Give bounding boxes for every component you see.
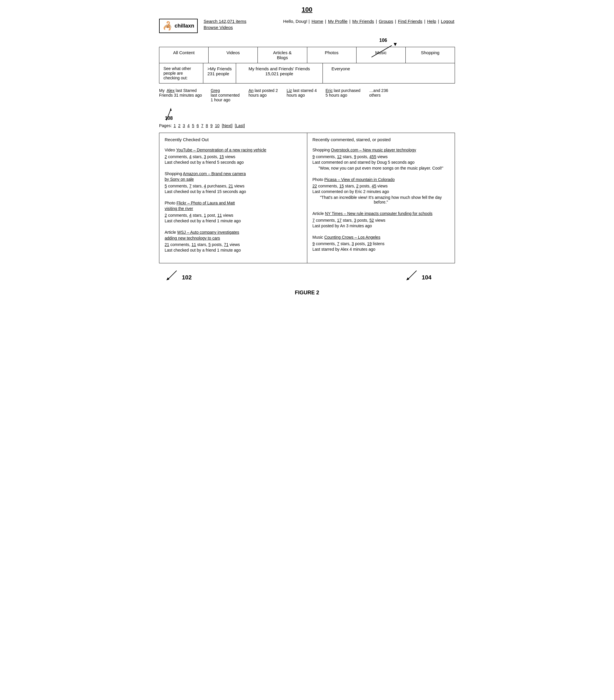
stat-stars-r1[interactable]: 12	[337, 154, 342, 159]
tab-shopping[interactable]: Shopping	[406, 47, 455, 63]
nav-help[interactable]: Help	[427, 19, 436, 24]
right-item-2-quote: "That's an incredible view! It's amazing…	[313, 195, 450, 204]
wsj-article-link[interactable]: WSJ – Auto company investigatesadding ne…	[165, 230, 239, 240]
stat-views-r2[interactable]: 45	[372, 184, 376, 188]
stat-comments-r4[interactable]: 9	[313, 241, 315, 246]
nav-groups[interactable]: Groups	[379, 19, 393, 24]
friend-an-link[interactable]: An	[248, 88, 253, 93]
friend-liz-link[interactable]: Liz	[287, 88, 292, 93]
left-item-1-stats: 2 comments, 4 stars, 3 posts, 15 views	[165, 154, 302, 159]
tab-photos[interactable]: Photos	[307, 47, 356, 63]
stat-comments-r1[interactable]: 9	[313, 154, 315, 159]
stat-posts-r2[interactable]: 2	[356, 184, 359, 188]
stat-purchases-2[interactable]: 4	[204, 184, 206, 188]
friend-item-an: An last posted 2 hours ago	[248, 88, 278, 102]
stat-stars-r4[interactable]: 7	[337, 241, 339, 246]
pages-nav: Pages: 1 2 3 4 5 6 7 8 9 10 [Next] [Last…	[159, 123, 455, 128]
page-8[interactable]: 8	[206, 123, 208, 128]
left-item-3-last: Last checked out by a friend 1 minute ag…	[165, 218, 302, 223]
page-6[interactable]: 6	[197, 123, 199, 128]
tab-all-content[interactable]: All Content	[159, 47, 209, 63]
stat-views-3[interactable]: 11	[217, 213, 222, 217]
svg-marker-3	[166, 277, 169, 280]
stat-views-1[interactable]: 15	[220, 154, 224, 159]
right-item-1-last: Last commented on and starred by Doug 5 …	[313, 160, 450, 165]
stat-posts-r3[interactable]: 3	[354, 218, 356, 223]
nav-my-friends[interactable]: My Friends	[352, 19, 374, 24]
nav-logout[interactable]: Logout	[441, 19, 454, 24]
stat-views-2[interactable]: 21	[228, 184, 233, 188]
right-item-4-title: Music Counting Crows – Los Angeles	[313, 235, 450, 240]
amazon-camera-link[interactable]: Amazon.com – Brand new cameraby Sony on …	[165, 171, 246, 182]
page-4[interactable]: 4	[187, 123, 190, 128]
nav-my-profile[interactable]: My Profile	[328, 19, 348, 24]
stat-views-r1[interactable]: 455	[369, 154, 376, 159]
stat-stars-4[interactable]: 11	[191, 242, 196, 247]
page-10[interactable]: 10	[215, 123, 220, 128]
svg-line-2	[168, 271, 177, 279]
stat-posts-r1[interactable]: 9	[354, 154, 356, 159]
page-1[interactable]: 1	[173, 123, 176, 128]
left-column: Recently Checked Out Video YouTube – Dem…	[159, 133, 307, 263]
bottom-annotations: 102 104	[159, 269, 455, 281]
stat-comments-2[interactable]: 5	[165, 184, 167, 188]
stat-posts-3[interactable]: 1	[204, 213, 206, 217]
stat-views-4[interactable]: 71	[224, 242, 228, 247]
right-item-2-stats: 22 comments, 15 stars, 2 posts, 45 views	[313, 184, 450, 188]
stat-stars-r2[interactable]: 15	[339, 184, 344, 188]
stat-comments-4[interactable]: 21	[165, 242, 169, 247]
stat-stars-3[interactable]: 4	[189, 213, 191, 217]
nav-home[interactable]: Home	[311, 19, 323, 24]
stat-comments-r3[interactable]: 7	[313, 218, 315, 223]
stat-views-r3[interactable]: 52	[369, 218, 374, 223]
nav-links: Hello, Doug! | Home | My Profile | My Fr…	[283, 19, 455, 24]
left-item-2-last: Last checked out by a friend 15 seconds …	[165, 189, 302, 194]
right-item-4: Music Counting Crows – Los Angeles 9 com…	[313, 235, 450, 252]
scope-friends-of-friends[interactable]: My friends and Friends' Friends 15,021 p…	[236, 63, 323, 83]
page-number: 100	[302, 6, 313, 13]
page-9[interactable]: 9	[210, 123, 213, 128]
stat-comments-1[interactable]: 2	[165, 154, 167, 159]
picasa-mountain-link[interactable]: Picasa – View of mountain in Colorado	[324, 177, 394, 182]
right-item-4-last: Last starred by Alex 4 minutes ago	[313, 247, 450, 252]
nav-find-friends[interactable]: Find Friends	[398, 19, 422, 24]
friend-greg-link[interactable]: Greg	[211, 88, 240, 93]
svg-line-4	[408, 271, 416, 279]
page-3[interactable]: 3	[183, 123, 185, 128]
stat-comments-r2[interactable]: 22	[313, 184, 317, 188]
tab-videos[interactable]: Videos	[209, 47, 258, 63]
right-col-heading: Recently commented, starred, or posted	[313, 137, 450, 142]
page-7[interactable]: 7	[201, 123, 204, 128]
friend-item-greg: Greg last commented 1 hour ago	[211, 88, 240, 102]
countingcrows-link[interactable]: Counting Crows – Los Angeles	[324, 235, 380, 240]
stat-stars-2[interactable]: 7	[189, 184, 191, 188]
tabs-row: All Content Videos Articles & Blogs Phot…	[159, 47, 455, 63]
greeting-text: Hello, Doug!	[283, 19, 308, 24]
stat-posts-4[interactable]: 5	[208, 242, 211, 247]
stat-views-r4[interactable]: 19	[367, 241, 372, 246]
tab-articles-blogs[interactable]: Articles & Blogs	[258, 47, 307, 63]
browse-videos-link[interactable]: Browse Videos	[204, 25, 246, 30]
overstock-link[interactable]: Overstock.com – New music player technol…	[331, 148, 416, 152]
tab-music[interactable]: Music	[356, 47, 406, 63]
page-next[interactable]: [Next]	[222, 123, 233, 128]
flickr-photo-link[interactable]: Flickr – Photo of Laura and Mattvisiting…	[165, 201, 235, 211]
stat-posts-r4[interactable]: 3	[352, 241, 354, 246]
page-last[interactable]: [Last]	[235, 123, 245, 128]
nytimes-article-link[interactable]: NY Times – New rule impacts computer fun…	[325, 211, 433, 216]
youtube-racing-link[interactable]: YouTube – Demonstration of a new racing …	[176, 148, 266, 152]
friend-eric-link[interactable]: Eric	[325, 88, 333, 93]
friend-alex-link[interactable]: Alex	[167, 88, 175, 93]
stat-stars-1[interactable]: 4	[189, 154, 191, 159]
scope-everyone[interactable]: Everyone	[323, 63, 455, 83]
stat-posts-1[interactable]: 3	[204, 154, 206, 159]
left-item-4-title: Article WSJ – Auto company investigatesa…	[165, 230, 302, 241]
search-link[interactable]: Search 142,071 items	[204, 19, 246, 24]
stat-stars-r3[interactable]: 17	[337, 218, 342, 223]
page-2[interactable]: 2	[178, 123, 180, 128]
stat-comments-3[interactable]: 2	[165, 213, 167, 217]
left-item-4: Article WSJ – Auto company investigatesa…	[165, 230, 302, 252]
scope-my-friends[interactable]: >My Friends 231 people	[203, 63, 236, 83]
left-item-3-stats: 2 comments, 4 stars, 1 post, 11 views	[165, 213, 302, 217]
page-5[interactable]: 5	[192, 123, 194, 128]
